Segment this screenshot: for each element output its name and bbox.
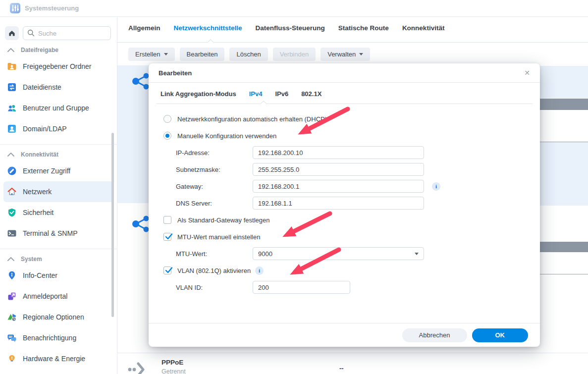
- caret-down-icon: [415, 253, 419, 255]
- tab-datenfluss-steuerung[interactable]: Datenfluss-Steuerung: [256, 24, 325, 32]
- dialog-header: Bearbeiten ✕: [149, 63, 540, 83]
- dns-server-field[interactable]: [253, 197, 424, 210]
- tab-link-aggregation-modus[interactable]: Link Aggregation-Modus: [160, 90, 236, 98]
- mtu-value-label: MTU-Wert:: [176, 250, 253, 258]
- radio-row-manual: Manuelle Konfiguration verwenden: [163, 127, 540, 144]
- checkmark-icon: [164, 266, 173, 275]
- notification-icon: [7, 333, 17, 343]
- active-tab-notch: [207, 39, 214, 46]
- sidebar-item-benachrichtigung[interactable]: Benachrichtigung: [3, 327, 113, 348]
- vlan-id-label: VLAN ID:: [176, 284, 253, 291]
- gateway-field[interactable]: [253, 180, 424, 193]
- manual-config-radio-label: Manuelle Konfiguration verwenden: [177, 132, 276, 140]
- manual-config-radio[interactable]: [163, 132, 171, 140]
- checkbox-row-mtu: MTU-Wert manuell einstellen: [163, 228, 540, 245]
- tab-ipv4[interactable]: IPv4: [249, 90, 263, 98]
- control-panel-icon: [10, 3, 20, 13]
- sidebar-item-sicherheit[interactable]: Sicherheit: [3, 202, 113, 223]
- subnet-mask-label: Subnetzmaske:: [176, 166, 253, 173]
- row-divider: [540, 274, 588, 274]
- field-row-mtu: MTU-Wert: 9000: [163, 245, 540, 262]
- dialog-body: Netzwerkkonfiguration automatisch erhalt…: [149, 104, 540, 296]
- window-title: Systemsteuerung: [25, 4, 79, 12]
- main-tabs: Allgemein Netzwerkschnittstelle Datenflu…: [128, 24, 444, 32]
- edit-dialog: Bearbeiten ✕ Link Aggregation-Modus IPv4…: [149, 63, 540, 347]
- mtu-checkbox[interactable]: [163, 233, 171, 241]
- selected-interface-row[interactable]: [540, 142, 588, 206]
- vlan-id-field[interactable]: [253, 281, 350, 294]
- pppoe-icon: [126, 358, 148, 374]
- dialog-footer: Abbrechen OK: [149, 323, 540, 347]
- bearbeiten-button[interactable]: Bearbeiten: [180, 48, 225, 61]
- ip-address-label: IP-Adresse:: [176, 149, 253, 157]
- default-gateway-checkbox[interactable]: [163, 216, 171, 224]
- search-input[interactable]: [23, 26, 111, 40]
- tab-konnektivitaet[interactable]: Konnektivität: [402, 24, 445, 32]
- home-button[interactable]: [5, 26, 19, 40]
- sidebar-item-hardware-energie[interactable]: Hardware & Energie: [3, 348, 113, 369]
- sidebar-divider: [0, 144, 117, 145]
- vlan-checkbox-label: VLAN (802.1Q) aktivieren: [177, 267, 251, 274]
- sidebar-item-netzwerk[interactable]: Netzwerk: [3, 181, 113, 202]
- vlan-checkbox[interactable]: [163, 267, 171, 274]
- search-icon: [27, 29, 35, 39]
- subnet-mask-field[interactable]: [253, 163, 424, 176]
- cancel-button[interactable]: Abbrechen: [402, 328, 467, 342]
- external-access-icon: [7, 166, 17, 176]
- pppoe-value: --: [339, 365, 344, 372]
- terminal-icon: [7, 228, 17, 238]
- verwalten-button[interactable]: Verwalten: [321, 48, 370, 61]
- tab-statische-route[interactable]: Statische Route: [338, 24, 389, 32]
- checkbox-row-default-gateway: Als Standard-Gateway festlegen: [163, 212, 540, 228]
- sidebar-section-system[interactable]: System: [0, 253, 117, 265]
- dhcp-radio[interactable]: [163, 115, 171, 123]
- field-row-subnet: Subnetzmaske:: [163, 161, 540, 178]
- row-divider: [117, 353, 588, 353]
- dialog-title: Bearbeiten: [159, 69, 192, 77]
- sidebar-item-benutzer-und-gruppe[interactable]: Benutzer und Gruppe: [3, 98, 113, 118]
- loeschen-button[interactable]: Löschen: [229, 48, 267, 61]
- network-icon: [7, 187, 17, 197]
- file-services-icon: [7, 82, 17, 92]
- field-row-vlan: VLAN ID:: [163, 279, 540, 296]
- mtu-value-dropdown[interactable]: 9000: [253, 247, 424, 260]
- ip-address-field[interactable]: [253, 146, 424, 159]
- sidebar-item-dateidienste[interactable]: Dateidienste: [3, 77, 113, 98]
- checkbox-row-vlan: VLAN (802.1Q) aktivieren i: [163, 262, 540, 279]
- sidebar-item-freigegebener-ordner[interactable]: Freigegebener Ordner: [3, 56, 113, 77]
- lightbulb-icon: [7, 354, 17, 364]
- pppoe-title: PPPoE: [161, 359, 186, 366]
- info-icon[interactable]: i: [255, 267, 264, 275]
- info-icon[interactable]: i: [432, 182, 440, 191]
- ok-button[interactable]: OK: [472, 328, 529, 342]
- sidebar-item-info-center[interactable]: Info-Center: [3, 265, 113, 286]
- sidebar-item-anmeldeportal[interactable]: Anmeldeportal: [3, 286, 113, 307]
- sidebar-item-externer-zugriff[interactable]: Externer Zugriff: [3, 160, 113, 181]
- sidebar-item-regionale-optionen[interactable]: Regionale Optionen: [3, 307, 113, 327]
- tab-allgemein[interactable]: Allgemein: [128, 24, 160, 32]
- field-row-gateway: Gateway: i: [163, 178, 540, 195]
- sidebar-item-terminal-snmp[interactable]: Terminal & SNMP: [3, 223, 113, 244]
- sidebar-section-dateifreigabe[interactable]: Dateifreigabe: [0, 44, 117, 56]
- caret-down-icon: [359, 53, 363, 55]
- regional-options-icon: [7, 312, 17, 322]
- sidebar-scrollbar[interactable]: [111, 133, 114, 317]
- pppoe-row[interactable]: PPPoE Getrennt --: [126, 358, 588, 374]
- tab-netzwerkschnittstelle[interactable]: Netzwerkschnittstelle: [174, 24, 242, 32]
- sidebar-section-konnektivitaet[interactable]: Konnektivität: [0, 149, 117, 160]
- info-pin-icon: [7, 270, 17, 280]
- interface-list-right: [540, 17, 588, 374]
- caret-down-icon: [164, 53, 168, 55]
- selected-interface-row[interactable]: [540, 66, 588, 98]
- login-portal-icon: [7, 291, 17, 301]
- tab-ipv6[interactable]: IPv6: [275, 90, 288, 98]
- chevron-up-icon: [7, 48, 15, 53]
- close-icon[interactable]: ✕: [524, 69, 530, 76]
- tab-8021x[interactable]: 802.1X: [301, 90, 321, 98]
- chevron-up-icon: [7, 152, 15, 157]
- field-row-ip: IP-Adresse:: [163, 144, 540, 161]
- titlebar: Systemsteuerung: [0, 0, 588, 17]
- sidebar-item-domain-ldap[interactable]: Domain/LDAP: [3, 118, 113, 139]
- users-icon: [7, 103, 17, 113]
- erstellen-button[interactable]: Erstellen: [128, 48, 175, 61]
